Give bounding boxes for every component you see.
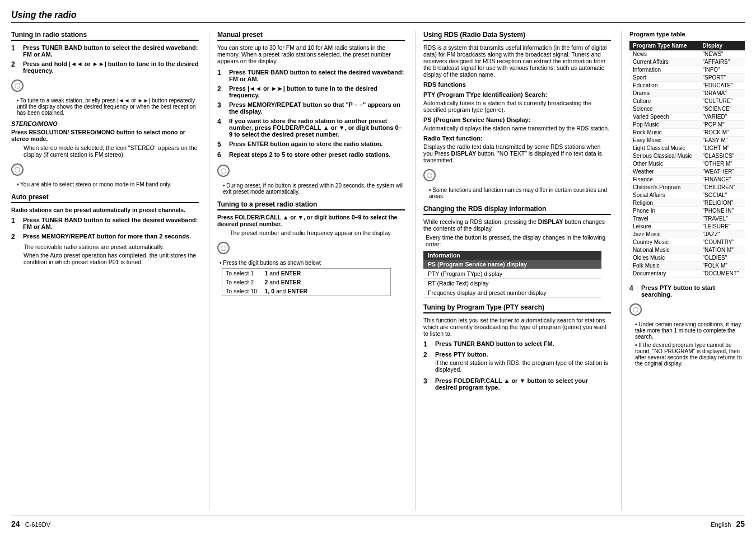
manual-step-6: 6 Repeat steps 2 to 5 to store other pre…: [217, 151, 405, 159]
prog-name: Culture: [629, 97, 699, 105]
pty-step4-container: 4 Press PTY button to start searching. ◯…: [629, 284, 745, 367]
rds-intro: RDS is a system that transmits useful in…: [423, 44, 611, 78]
prog-display: "FINANCE": [699, 176, 745, 184]
auto-indent-2: When the Auto preset operation has compl…: [11, 252, 199, 265]
prog-name: Rock Music: [629, 129, 699, 137]
prog-display: "CLASSICS": [699, 152, 745, 160]
program-table-row: Current Affairs"AFFAIRS": [629, 58, 745, 66]
digit-table-row: To select 11 and ENTER: [222, 269, 391, 278]
digit-table: To select 11 and ENTERTo select 22 and E…: [222, 268, 391, 296]
prog-display: "NEWS": [699, 50, 745, 58]
program-table-row: Travel"TRAVEL": [629, 215, 745, 223]
stereo-mono-bold: Press RESOLUTION/ STEREO/MONO button to …: [11, 129, 185, 142]
manual-step3-text: Press MEMORY/REPEAT button so that "P – …: [229, 101, 400, 115]
pty-title-text: PTY (Program TYpe Identification) Search…: [423, 91, 547, 98]
program-table-row: Rock Music"ROCK M": [629, 129, 745, 137]
step-num-2: 2: [11, 60, 20, 68]
preset-tune-intro-bold: Press FOLDER/P.CALL ▲ or ▼, or digit but…: [217, 214, 397, 227]
manual-step-num-4: 4: [217, 118, 226, 125]
ps-text: Automatically displays the station name …: [423, 125, 611, 132]
program-table-row: Leisure"LEISURE": [629, 223, 745, 231]
prog-display: "PHONE IN": [699, 207, 745, 215]
prog-name: Weather: [629, 168, 699, 176]
manual-step-content-1: Press TUNER BAND button to select the de…: [229, 69, 405, 82]
pty-step3-text: Press FOLDER/P.CALL ▲ or ▼ button to sel…: [435, 377, 588, 391]
digit-note-text: Press the digit buttons as shown below:: [223, 260, 321, 266]
note-icon-1: ◯: [11, 79, 24, 92]
prog-name: Travel: [629, 215, 699, 223]
step-2: 2 Press and hold |◄◄ or ►►| button to tu…: [11, 60, 199, 74]
display-table-cell: PTY (Program TYpe) display: [423, 269, 601, 279]
note-2: You are able to select stereo or mono mo…: [11, 181, 199, 188]
prog-name: Religion: [629, 199, 699, 207]
program-table-row: Folk Music"FOLK M": [629, 262, 745, 270]
manual-step-3: 3 Press MEMORY/REPEAT button so that "P …: [217, 101, 405, 115]
manual-preset-intro: You can store up to 30 for FM and 10 for…: [217, 44, 405, 64]
prog-name: Leisure: [629, 223, 699, 231]
program-table-row: Varied Speech"VARIED": [629, 113, 745, 121]
digit-value: 1 and ENTER: [262, 269, 391, 278]
model-name: C-616DV: [25, 521, 50, 528]
manual-step-content-2: Press |◄◄ or ►►| button to tune in to th…: [229, 85, 405, 99]
display-table-row: PS (Program Service name) display: [423, 260, 601, 269]
note-icon-5: ◯: [423, 169, 436, 181]
prog-name: Pop Music: [629, 121, 699, 129]
step-content-1: Press TUNER BAND button to select the de…: [23, 44, 199, 58]
page-num-right: 25: [736, 519, 745, 528]
prog-display: "RELIGION": [699, 199, 745, 207]
prog-display: "FOLK M": [699, 262, 745, 270]
manual-step-num-1: 1: [217, 69, 226, 77]
prog-display: "WEATHER": [699, 168, 745, 176]
right-lang: English: [711, 521, 731, 528]
step1-text: Press TUNER BAND button to select the de…: [23, 44, 198, 58]
prog-name: Folk Music: [629, 262, 699, 270]
pty-note-1: Under certain receiving conditions, it m…: [629, 321, 745, 340]
prog-name: Finance: [629, 176, 699, 184]
ps-title-text: PS (Program Service Name) Display:: [423, 116, 530, 123]
auto-step-1: 1 Press TUNER BAND button to select the …: [11, 217, 199, 230]
preset-tune-indent: The preset number and radio frequency ap…: [217, 229, 405, 236]
manual-step-content-3: Press MEMORY/REPEAT button so that "P – …: [229, 101, 405, 115]
page-footer: 24 C-616DV English 25: [11, 516, 745, 528]
stereo-mono-title: STEREO/MONO: [11, 120, 199, 127]
pty-title: PTY (Program TYpe Identification) Search…: [423, 91, 611, 98]
stereo-mono-text: Press RESOLUTION/ STEREO/MONO button to …: [11, 129, 199, 142]
digit-label: To select 1: [222, 269, 262, 278]
pty-step-1: 1 Press TUNER BAND button to select FM.: [423, 340, 611, 348]
manual-step-content-4: If you want to store the radio station t…: [229, 118, 405, 138]
rds-display-intro: While receiving a RDS station, pressing …: [423, 218, 611, 232]
auto-step-content-2: Press MEMORY/REPEAT button for more than…: [23, 233, 199, 240]
prog-name: National Music: [629, 246, 699, 254]
page-num-left-area: 24 C-616DV: [11, 519, 50, 528]
prog-name: Social Affairs: [629, 191, 699, 199]
program-table-row: Other Music"OTHER M": [629, 160, 745, 168]
pty-step4-text: Press PTY button to start searching.: [641, 284, 715, 298]
program-table-row: Serious Classical Music"CLASSICS": [629, 152, 745, 160]
auto-step2-text: Press MEMORY/REPEAT button for more than…: [23, 233, 191, 240]
prog-display: "DRAMA": [699, 90, 745, 97]
program-table-row: National Music"NATION M": [629, 246, 745, 254]
program-table-row: Social Affairs"SOCIAL": [629, 191, 745, 199]
prog-display: "LIGHT M": [699, 144, 745, 152]
display-table-cell: Frequency display and preset number disp…: [423, 288, 601, 298]
prog-name: Other Music: [629, 160, 699, 168]
manual-step-content-6: Repeat steps 2 to 5 to store other prese…: [229, 151, 405, 158]
manual-step-num-5: 5: [217, 140, 226, 148]
prog-display: "OTHER M": [699, 160, 745, 168]
manual-step-num-3: 3: [217, 101, 226, 109]
pty-note-2: If the desired program type cannot be fo…: [629, 342, 745, 367]
manual-step-content-5: Press ENTER button again to store the ra…: [229, 140, 405, 147]
ps-title: PS (Program Service Name) Display:: [423, 116, 611, 123]
prog-display: "EDUCATE": [699, 82, 745, 90]
prog-display: "LEISURE": [699, 223, 745, 231]
radio-text-text: Displays the radio text data transmitted…: [423, 143, 611, 163]
program-table-row: Pop Music"POP M": [629, 121, 745, 129]
program-table-row: Culture"CULTURE": [629, 97, 745, 105]
manual-step-1: 1 Press TUNER BAND button to select the …: [217, 69, 405, 82]
manual-step-4: 4 If you want to store the radio station…: [217, 118, 405, 138]
prog-col-header-1: Program Type Name: [629, 41, 699, 50]
program-table-row: Weather"WEATHER": [629, 168, 745, 176]
pty-step-content-4: Press PTY button to start searching.: [641, 284, 745, 298]
prog-display: "JAZZ": [699, 231, 745, 238]
manual-step2-text: Press |◄◄ or ►►| button to tune in to th…: [229, 85, 377, 99]
